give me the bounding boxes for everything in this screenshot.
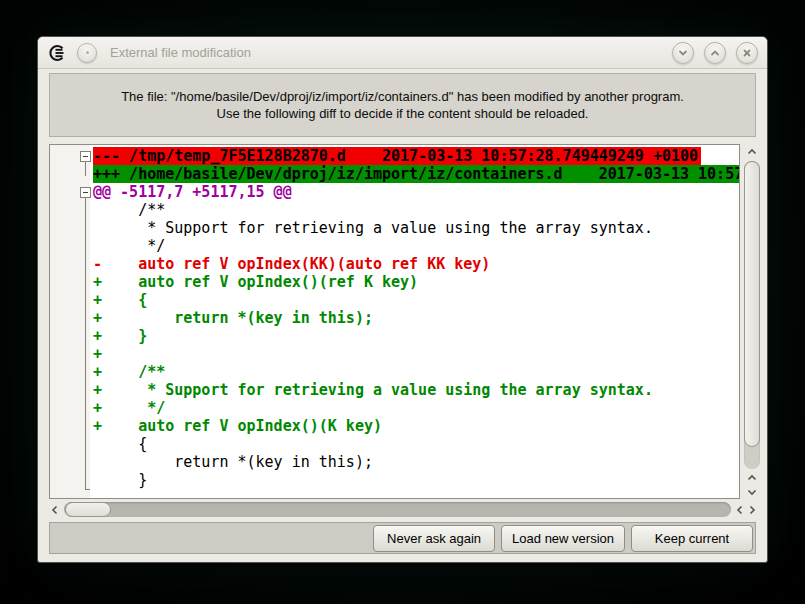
diff-line-hunk: @@ -5117,7 +5117,15 @@ xyxy=(93,183,739,201)
fold-gutter xyxy=(50,145,90,498)
chevron-left-icon xyxy=(50,504,60,516)
chevron-up-icon xyxy=(746,147,758,157)
horizontal-scrollbar[interactable] xyxy=(49,501,758,518)
horizontal-scroll-track[interactable] xyxy=(64,502,731,517)
coedit-logo-icon xyxy=(47,43,67,63)
diff-line-removed: - auto ref V opIndex(KK)(auto ref KK key… xyxy=(93,255,739,273)
chevron-left-icon xyxy=(735,504,745,516)
keep-current-button[interactable]: Keep current xyxy=(631,525,753,552)
fold-line xyxy=(85,162,86,176)
fold-line xyxy=(85,198,86,490)
load-new-version-button[interactable]: Load new version xyxy=(501,525,625,552)
scroll-up-button-2[interactable] xyxy=(746,471,758,485)
window-title: External file modification xyxy=(110,45,251,60)
chevron-up-icon xyxy=(746,473,758,483)
diff-line-added: + return *(key in this); xyxy=(93,309,739,327)
chevron-down-icon xyxy=(746,487,758,497)
diff-line-added: + /** xyxy=(93,363,739,381)
dialog-button-bar: Never ask again Load new version Keep cu… xyxy=(49,522,756,554)
external-file-modification-dialog: External file modification xyxy=(37,36,768,563)
diff-line-file-removed: --- /tmp/temp_7F5E128B2870.d 2017-03-13 … xyxy=(93,147,701,165)
scroll-left-button[interactable] xyxy=(49,503,61,517)
message-panel: The file: "/home/basile/Dev/dproj/iz/imp… xyxy=(49,73,756,137)
diff-line-added: + { xyxy=(93,291,739,309)
scroll-up-button[interactable] xyxy=(746,145,758,159)
scroll-left-button-2[interactable] xyxy=(734,503,746,517)
vertical-scrollbar[interactable] xyxy=(741,144,763,500)
close-button[interactable] xyxy=(736,42,758,64)
diff-line-added: + auto ref V opIndex()(K key) xyxy=(93,417,739,435)
diff-line-added: + auto ref V opIndex()(ref K key) xyxy=(93,273,739,291)
titlebar[interactable]: External file modification xyxy=(38,37,767,69)
diff-viewer: --- /tmp/temp_7F5E128B2870.d 2017-03-13 … xyxy=(49,144,763,518)
window-menu-dot-icon xyxy=(86,51,89,54)
scroll-right-button[interactable] xyxy=(746,503,758,517)
chevron-down-icon xyxy=(677,47,689,59)
message-line-2: Use the following diff to decide if the … xyxy=(217,105,589,122)
chevron-right-icon xyxy=(747,504,757,516)
vertical-scroll-track[interactable] xyxy=(744,161,760,469)
never-ask-again-button[interactable]: Never ask again xyxy=(373,525,495,552)
scroll-down-button[interactable] xyxy=(746,485,758,499)
minimize-button[interactable] xyxy=(672,42,694,64)
close-icon xyxy=(741,47,753,59)
diff-line-added: + } xyxy=(93,327,739,345)
message-line-1: The file: "/home/basile/Dev/dproj/iz/imp… xyxy=(121,88,684,105)
diff-line-added: + */ xyxy=(93,399,739,417)
chevron-up-icon xyxy=(709,47,721,59)
diff-line-context: /** xyxy=(93,201,739,219)
maximize-button[interactable] xyxy=(704,42,726,64)
diff-line-context: * Support for retrieving a value using t… xyxy=(93,219,739,237)
diff-line-file-added: +++ /home/basile/Dev/dproj/iz/import/iz/… xyxy=(93,165,739,183)
diff-line-context: return *(key in this); xyxy=(93,453,739,471)
diff-line-context: { xyxy=(93,435,739,453)
horizontal-scroll-thumb[interactable] xyxy=(65,502,111,517)
diff-line-added: + * Support for retrieving a value using… xyxy=(93,381,739,399)
diff-lines: --- /tmp/temp_7F5E128B2870.d 2017-03-13 … xyxy=(90,145,739,498)
desktop-background: External file modification xyxy=(0,0,805,604)
window-controls xyxy=(672,42,758,64)
diff-line-added: + xyxy=(93,345,739,363)
window-menu-button[interactable] xyxy=(77,43,97,63)
diff-line-context: */ xyxy=(93,237,739,255)
vertical-scroll-thumb[interactable] xyxy=(744,161,760,447)
diff-line-context: } xyxy=(93,471,739,489)
diff-editor-area[interactable]: --- /tmp/temp_7F5E128B2870.d 2017-03-13 … xyxy=(49,144,740,499)
